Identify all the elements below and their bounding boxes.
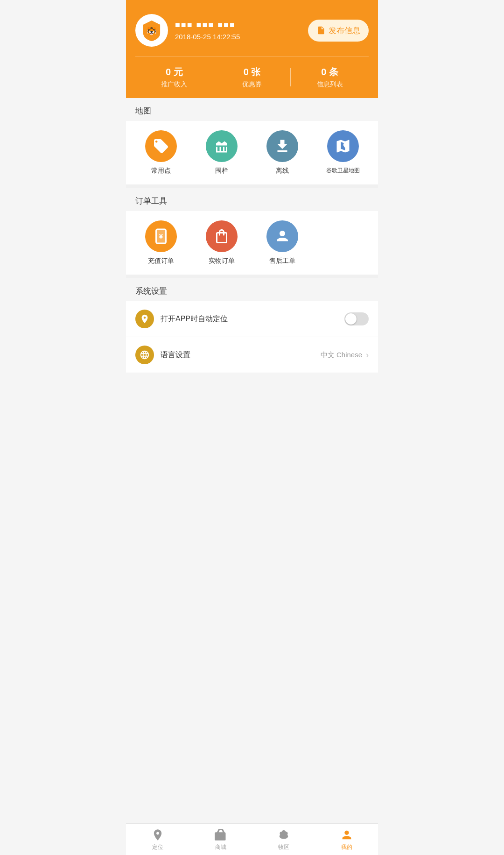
svg-text:¥: ¥ <box>159 232 163 240</box>
divider-1 <box>126 184 378 188</box>
settings-section-header: 系统设置 <box>126 278 378 301</box>
language-chevron-icon: › <box>366 350 369 360</box>
stat-listing-label: 信息列表 <box>291 80 369 89</box>
publish-button[interactable]: 发布信息 <box>308 20 369 42</box>
google-satellite-icon-circle <box>327 130 359 162</box>
stat-coupon-label: 优惠券 <box>213 80 291 89</box>
order-section-title: 订单工具 <box>135 197 167 205</box>
common-points-label: 常用点 <box>151 167 171 175</box>
stat-promotion-value: 0 元 <box>135 66 213 78</box>
map-item-offline[interactable]: 离线 <box>252 130 313 175</box>
recharge-label: 充值订单 <box>148 257 174 265</box>
map-icon-grid: 常用点 围栏 离线 <box>126 121 378 184</box>
order-item-aftersale[interactable]: 售后工单 <box>252 220 313 265</box>
divider-2 <box>126 275 378 278</box>
publish-btn-label: 发布信息 <box>329 25 360 36</box>
order-item-recharge[interactable]: ¥ 充值订单 <box>131 220 191 265</box>
fence-label: 围栏 <box>215 167 228 175</box>
google-satellite-label: 谷歌卫星地图 <box>326 167 360 175</box>
location-settings-icon-circle <box>135 310 154 328</box>
offline-icon-circle <box>266 130 298 162</box>
user-info: ■■■ ■■■ ■■■ 2018-05-25 14:22:55 <box>175 20 308 41</box>
stats-bar: 0 元 推广收入 0 张 优惠券 0 条 信息列表 <box>135 56 369 98</box>
location-toggle[interactable] <box>344 312 369 325</box>
physical-label: 实物订单 <box>209 257 235 265</box>
order-icon-grid: ¥ 充值订单 实物订单 售后工单 <box>126 211 378 275</box>
stat-coupon: 0 张 优惠券 <box>213 66 291 89</box>
language-value: 中文 Chinese <box>321 351 362 360</box>
user-date: 2018-05-25 14:22:55 <box>175 33 308 41</box>
svg-point-5 <box>280 231 285 236</box>
settings-item-language[interactable]: 语言设置 中文 Chinese › <box>126 337 378 373</box>
fence-icon-circle <box>206 130 238 162</box>
stat-listing: 0 条 信息列表 <box>291 66 369 89</box>
stat-promotion-label: 推广收入 <box>135 80 213 89</box>
stat-coupon-value: 0 张 <box>213 66 291 78</box>
common-points-icon-circle <box>145 130 177 162</box>
settings-item-location[interactable]: 打开APP时自动定位 <box>126 301 378 337</box>
map-item-common-points[interactable]: 常用点 <box>131 130 191 175</box>
map-item-google-satellite[interactable]: 谷歌卫星地图 <box>313 130 373 175</box>
recharge-icon-circle: ¥ <box>145 220 177 252</box>
location-settings-label: 打开APP时自动定位 <box>161 314 344 324</box>
toggle-knob <box>345 313 357 325</box>
language-settings-label: 语言设置 <box>161 350 321 360</box>
settings-section-title: 系统设置 <box>135 287 167 296</box>
map-section-header: 地图 <box>126 98 378 121</box>
svg-text:🐯: 🐯 <box>147 26 157 36</box>
aftersale-label: 售后工单 <box>269 257 295 265</box>
order-item-physical[interactable]: 实物订单 <box>191 220 252 265</box>
map-section-title: 地图 <box>135 106 151 115</box>
avatar: 🐯 <box>135 14 168 47</box>
map-item-fence[interactable]: 围栏 <box>191 130 252 175</box>
user-name: ■■■ ■■■ ■■■ <box>175 20 308 30</box>
offline-label: 离线 <box>276 167 289 175</box>
stat-listing-value: 0 条 <box>291 66 369 78</box>
physical-icon-circle <box>206 220 238 252</box>
header: 🐯 ■■■ ■■■ ■■■ 2018-05-25 14:22:55 发布信息 0… <box>126 0 378 98</box>
stat-promotion: 0 元 推广收入 <box>135 66 213 89</box>
language-settings-icon-circle <box>135 346 154 364</box>
order-section-header: 订单工具 <box>126 188 378 211</box>
aftersale-icon-circle <box>266 220 298 252</box>
